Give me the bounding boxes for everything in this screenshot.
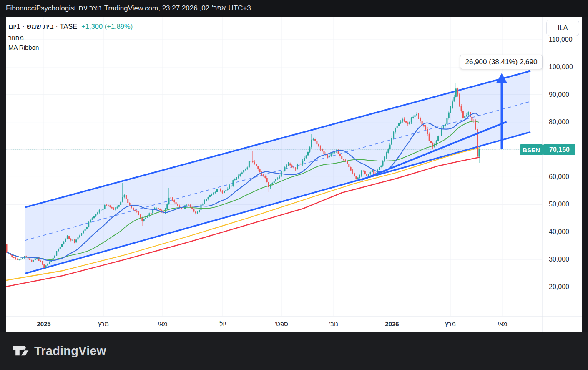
price-tick-label: 100,000 (549, 63, 573, 71)
time-tick-label: 2026 (385, 320, 399, 327)
volume-indicator-label[interactable]: מחזור (8, 34, 133, 41)
price-tick-label: 80,000 (549, 118, 569, 126)
ma-ribbon-indicator-label[interactable]: MA Ribbon (8, 44, 133, 51)
price-tick-label: 110,000 (549, 36, 573, 43)
time-tick-label: ספט' (275, 320, 288, 327)
price-tick-label: 60,000 (549, 173, 569, 181)
time-tick-label: מאי (498, 320, 508, 327)
price-tick-label: 20,000 (549, 283, 569, 291)
time-tick-label: מרץ (98, 320, 109, 327)
time-tick-label: יול' (219, 320, 226, 327)
time-tick-label: מרץ (445, 320, 456, 327)
price-tick-label: 40,000 (549, 228, 569, 236)
price-tick-label: 90,000 (549, 91, 569, 98)
currency-unit-button[interactable]: ILA (546, 20, 579, 36)
symbol-flag-badge[interactable]: BSEN (520, 144, 543, 155)
price-change: +1,300 (+1.89%) (81, 23, 133, 30)
price-tick-label: 50,000 (549, 201, 569, 208)
price-range-callout[interactable]: 26,900 (38.41%) 2,690 (460, 55, 543, 69)
price-tick-label: 30,000 (549, 256, 569, 263)
last-price-label: 70,150 (543, 144, 575, 155)
time-tick-label: 2025 (37, 320, 50, 327)
time-tick-label: מאי (158, 320, 168, 327)
symbol-title[interactable]: TASE · בית שמש · 1יום (8, 23, 77, 30)
chart-legend: TASE · בית שמש · 1יום +1,300 (+1.89%) מח… (8, 21, 133, 51)
time-tick-label: נוב' (329, 320, 338, 327)
